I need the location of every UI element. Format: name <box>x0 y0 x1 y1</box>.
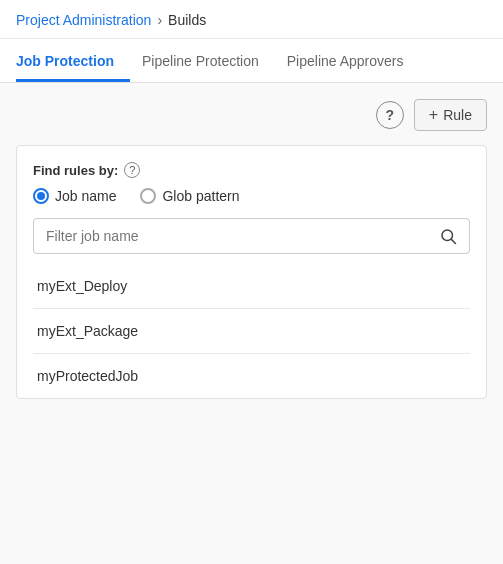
help-icon-button[interactable]: ? <box>376 101 404 129</box>
job-item[interactable]: myExt_Deploy <box>33 264 470 309</box>
tabs-container: Job Protection Pipeline Protection Pipel… <box>0 39 503 83</box>
radio-glob-pattern[interactable]: Glob pattern <box>140 188 239 204</box>
find-rules-row: Find rules by: ? <box>33 162 470 178</box>
radio-job-name-input[interactable] <box>33 188 49 204</box>
svg-line-1 <box>451 239 455 243</box>
breadcrumb-parent-link[interactable]: Project Administration <box>16 12 151 28</box>
search-icon <box>439 227 457 245</box>
job-list: myExt_Deploy myExt_Package myProtectedJo… <box>33 264 470 398</box>
breadcrumb-current: Builds <box>168 12 206 28</box>
radio-glob-pattern-label: Glob pattern <box>162 188 239 204</box>
add-rule-button[interactable]: + Rule <box>414 99 487 131</box>
search-row <box>33 218 470 254</box>
filter-card: Find rules by: ? Job name Glob pattern <box>16 145 487 399</box>
plus-icon: + <box>429 106 438 124</box>
radio-glob-pattern-input[interactable] <box>140 188 156 204</box>
toolbar: ? + Rule <box>16 99 487 131</box>
breadcrumb: Project Administration › Builds <box>0 0 503 39</box>
find-rules-help-icon[interactable]: ? <box>124 162 140 178</box>
job-item[interactable]: myProtectedJob <box>33 354 470 398</box>
search-button[interactable] <box>427 219 469 253</box>
job-item[interactable]: myExt_Package <box>33 309 470 354</box>
radio-group: Job name Glob pattern <box>33 188 470 204</box>
tab-pipeline-approvers[interactable]: Pipeline Approvers <box>283 39 420 82</box>
radio-job-name-label: Job name <box>55 188 116 204</box>
tab-job-protection[interactable]: Job Protection <box>16 39 130 82</box>
radio-job-name[interactable]: Job name <box>33 188 116 204</box>
content-area: ? + Rule Find rules by: ? Job name Glob … <box>0 83 503 415</box>
find-rules-label: Find rules by: <box>33 163 118 178</box>
search-input[interactable] <box>34 219 427 253</box>
breadcrumb-separator: › <box>157 12 162 28</box>
add-rule-label: Rule <box>443 107 472 123</box>
tab-pipeline-protection[interactable]: Pipeline Protection <box>138 39 275 82</box>
